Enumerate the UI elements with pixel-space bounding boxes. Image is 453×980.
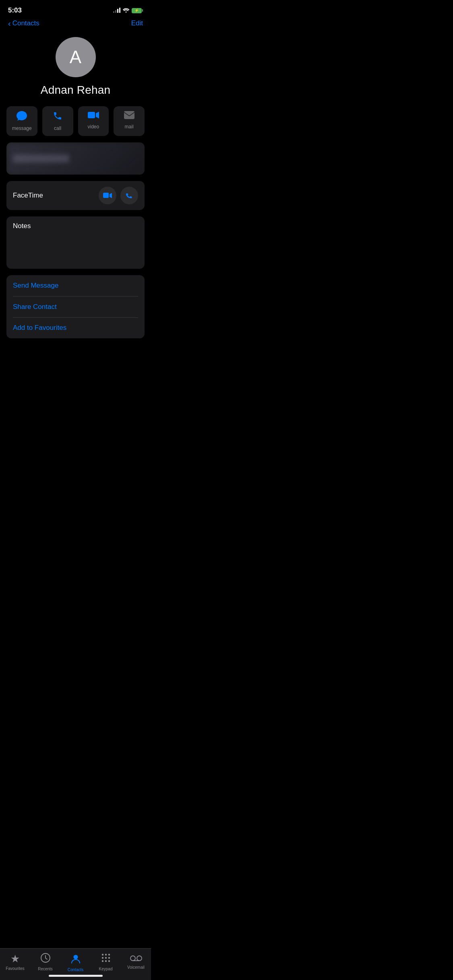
call-icon [53, 111, 62, 123]
svg-rect-1 [124, 111, 134, 119]
contact-name: Adnan Rehan [41, 84, 110, 97]
phone-section [6, 142, 145, 175]
message-icon [17, 111, 27, 123]
facetime-label: FaceTime [13, 191, 43, 200]
avatar: A [56, 37, 96, 77]
message-label: message [12, 126, 32, 131]
actions-list: Send Message Share Contact Add to Favour… [6, 275, 145, 338]
notes-label: Notes [13, 222, 138, 230]
notes-section: Notes [6, 216, 145, 269]
chevron-left-icon: ‹ [8, 19, 11, 27]
signal-icon [113, 8, 120, 13]
status-bar: 5:03 ⚡ [0, 0, 151, 18]
add-to-favourites-button[interactable]: Add to Favourites [6, 317, 145, 338]
share-contact-button[interactable]: Share Contact [6, 296, 145, 317]
back-label: Contacts [12, 19, 39, 27]
call-label: call [54, 126, 61, 131]
facetime-audio-button[interactable] [120, 187, 138, 204]
status-icons: ⚡ [113, 8, 143, 14]
svg-rect-0 [88, 112, 95, 118]
contact-header: A Adnan Rehan [0, 31, 151, 106]
mail-label: mail [125, 124, 134, 130]
video-label: video [88, 124, 99, 130]
battery-icon: ⚡ [132, 8, 143, 13]
nav-bar: ‹ Contacts Edit [0, 18, 151, 31]
action-buttons-row: message call video [0, 106, 151, 142]
wifi-icon [123, 8, 129, 14]
message-button[interactable]: message [6, 106, 37, 136]
mail-icon [124, 111, 134, 121]
call-button[interactable]: call [42, 106, 73, 136]
edit-button[interactable]: Edit [131, 19, 143, 27]
video-icon [88, 111, 99, 121]
back-button[interactable]: ‹ Contacts [8, 19, 39, 27]
svg-rect-2 [103, 193, 109, 198]
send-message-button[interactable]: Send Message [6, 275, 145, 296]
facetime-video-button[interactable] [99, 187, 116, 204]
mail-button[interactable]: mail [114, 106, 145, 136]
video-button[interactable]: video [78, 106, 109, 136]
facetime-actions [99, 187, 138, 204]
facetime-section: FaceTime [6, 181, 145, 210]
status-time: 5:03 [8, 6, 22, 14]
